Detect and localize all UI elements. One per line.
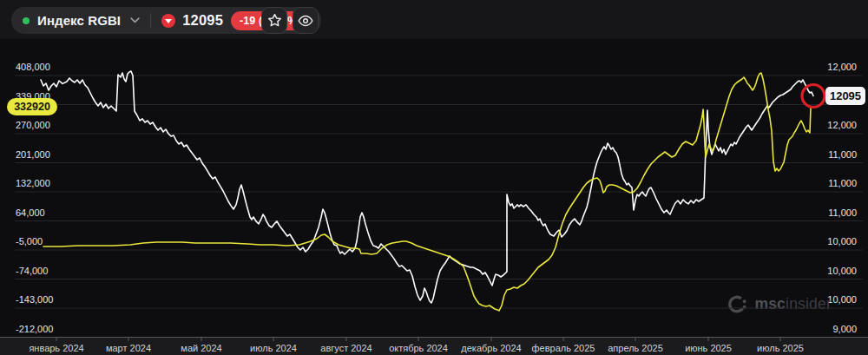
- trading-chart-window: Индекс RGBI 12095 -19 (-0.16%) 408,00033…: [0, 0, 868, 355]
- yellow-last-value-tag: 332920: [7, 98, 57, 115]
- index-last-value-tag: 12095: [825, 87, 865, 105]
- market-open-dot: [23, 17, 30, 24]
- header-bar: Индекс RGBI 12095 -19 (-0.16%): [0, 0, 868, 39]
- star-icon: [267, 13, 282, 28]
- plot-canvas[interactable]: [0, 39, 868, 355]
- last-price: 12095: [182, 12, 223, 29]
- header-divider: [150, 13, 151, 28]
- rgbi-index-line: [41, 71, 813, 303]
- favorite-button[interactable]: [261, 7, 287, 34]
- chart-area[interactable]: 408,000339,000270,000201,000132,00064,00…: [0, 39, 868, 355]
- chevron-down-icon[interactable]: [130, 17, 140, 23]
- instrument-name: Индекс RGBI: [37, 13, 121, 28]
- price-down-icon: [161, 14, 175, 28]
- watch-button[interactable]: [293, 7, 319, 34]
- eye-icon: [298, 15, 313, 27]
